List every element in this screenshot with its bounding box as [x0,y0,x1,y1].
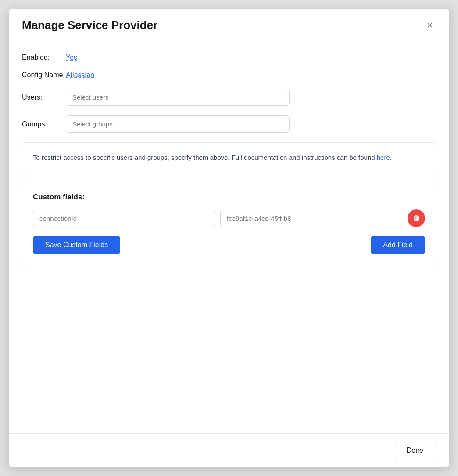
modal-header: Manage Service Provider × [9,9,449,40]
groups-input[interactable] [66,115,290,133]
save-custom-fields-button[interactable]: Save Custom Fields [33,236,120,254]
close-button[interactable]: × [423,19,436,32]
delete-field-button[interactable] [408,209,425,227]
groups-row: Groups: [22,115,436,133]
info-link[interactable]: here [377,154,390,161]
groups-label: Groups: [22,120,66,128]
info-text-before: To restrict access to specific users and… [33,154,377,161]
modal-body: Enabled: Yes Config Name: Atlassian User… [9,40,449,352]
modal-footer: Done [9,433,449,467]
custom-field-row [33,209,425,227]
manage-service-provider-modal: Manage Service Provider × Enabled: Yes C… [9,9,449,467]
trash-icon [412,214,420,222]
done-button[interactable]: Done [394,442,436,459]
enabled-label: Enabled: [22,54,66,61]
info-text-after: . [390,154,392,161]
custom-fields-title: Custom fields: [33,193,425,202]
config-name-label: Config Name: [22,71,66,79]
users-row: Users: [22,89,436,106]
info-box: To restrict access to specific users and… [22,142,436,173]
users-label: Users: [22,94,66,101]
enabled-value[interactable]: Yes [66,54,77,61]
custom-fields-actions: Save Custom Fields Add Field [33,236,425,254]
custom-field-key-input[interactable] [33,210,215,227]
custom-field-value-input[interactable] [220,210,402,227]
config-name-value[interactable]: Atlassian [66,71,94,79]
add-field-button[interactable]: Add Field [371,236,425,254]
enabled-row: Enabled: Yes [22,54,436,61]
modal-title: Manage Service Provider [22,18,157,32]
users-input[interactable] [66,89,290,106]
custom-fields-box: Custom fields: Save Custom Fields Add Fi… [22,183,436,265]
config-name-row: Config Name: Atlassian [22,71,436,79]
